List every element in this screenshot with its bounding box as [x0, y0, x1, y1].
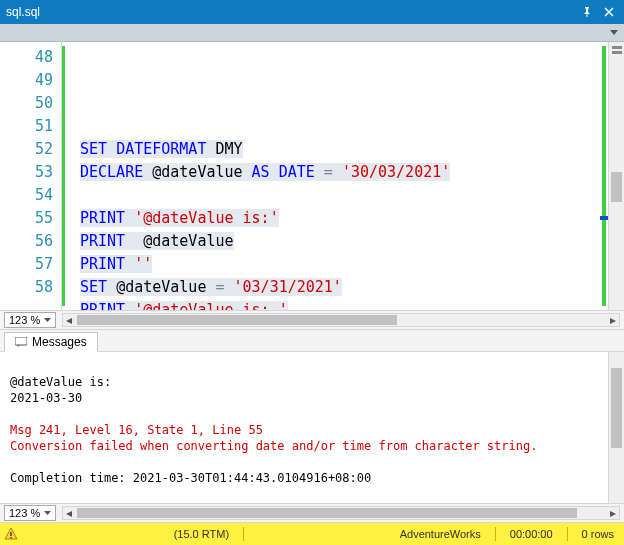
scroll-left-icon[interactable]: ◂ [63, 314, 75, 326]
code-text-area[interactable]: SET DATEFORMAT DMYDECLARE @dateValue AS … [62, 42, 624, 310]
status-separator [567, 527, 568, 541]
token-operator: = [324, 163, 333, 181]
token-keyword: SET [80, 278, 107, 296]
dropdown-icon[interactable] [610, 30, 618, 36]
token-keyword: DATEFORMAT [116, 140, 206, 158]
messages-horizontal-scrollbar[interactable]: ◂ ▸ [62, 506, 620, 520]
line-number: 53 [0, 161, 53, 184]
token-string: '03/31/2021' [234, 278, 342, 296]
messages-pane[interactable]: @dateValue is: 2021-03-30 Msg 241, Level… [0, 352, 624, 503]
scrollbar-thumb[interactable] [77, 315, 397, 325]
scroll-left-icon[interactable]: ◂ [63, 507, 75, 519]
status-separator [243, 527, 244, 541]
results-tabs: Messages [0, 330, 624, 352]
zoom-select[interactable]: 123 % [4, 312, 56, 328]
split-icon[interactable] [611, 44, 622, 56]
change-marker-right [602, 46, 606, 306]
token-keyword: SET [80, 140, 107, 158]
scrollbar-thumb[interactable] [611, 172, 622, 202]
line-number: 50 [0, 92, 53, 115]
line-number: 49 [0, 69, 53, 92]
messages-footer-bar: 123 % ◂ ▸ [0, 503, 624, 523]
status-rows: 0 rows [576, 528, 620, 540]
token-keyword: AS [252, 163, 270, 181]
status-elapsed: 00:00:00 [504, 528, 559, 540]
zoom-value: 123 % [9, 507, 40, 519]
titlebar: sql.sql [0, 0, 624, 24]
status-separator [495, 527, 496, 541]
token-keyword: DECLARE [80, 163, 143, 181]
token-variable: @dateValue [116, 278, 206, 296]
line-number: 51 [0, 115, 53, 138]
token-keyword: PRINT [80, 209, 125, 227]
warning-icon [4, 527, 18, 541]
line-number: 55 [0, 207, 53, 230]
toolbar-strip [0, 24, 624, 42]
line-number-gutter: 48 49 50 51 52 53 54 55 56 57 58 [0, 42, 62, 310]
code-editor[interactable]: 48 49 50 51 52 53 54 55 56 57 58 SET DAT… [0, 42, 624, 310]
output-line: 2021-03-30 [10, 391, 82, 405]
status-version: (15.0 RTM) [168, 528, 235, 540]
token-variable: @dateValue [152, 163, 242, 181]
line-number: 56 [0, 230, 53, 253]
token-keyword: PRINT [80, 301, 125, 310]
token-keyword: PRINT [80, 232, 125, 250]
line-number: 52 [0, 138, 53, 161]
scrollbar-thumb[interactable] [611, 368, 622, 448]
svg-rect-0 [612, 46, 622, 49]
token-string: '@dateValue is:' [134, 209, 279, 227]
output-line: Completion time: 2021-03-30T01:44:43.010… [10, 471, 371, 485]
messages-vertical-scrollbar[interactable] [608, 352, 624, 503]
token-keyword: PRINT [80, 255, 125, 273]
line-number: 54 [0, 184, 53, 207]
blue-marker [600, 216, 608, 220]
zoom-select[interactable]: 123 % [4, 505, 56, 521]
error-line: Conversion failed when converting date a… [10, 439, 537, 453]
output-line: @dateValue is: [10, 375, 111, 389]
token-type: DATE [279, 163, 315, 181]
token-string: '' [134, 255, 152, 273]
status-database: AdventureWorks [394, 528, 487, 540]
line-number: 48 [0, 46, 53, 69]
tab-messages-label: Messages [32, 335, 87, 349]
svg-rect-3 [10, 532, 11, 536]
editor-footer-bar: 123 % ◂ ▸ [0, 310, 624, 330]
token-string: '@dateValue is: ' [134, 301, 288, 310]
close-icon[interactable] [600, 3, 618, 21]
scroll-right-icon[interactable]: ▸ [607, 507, 619, 519]
file-tab-title[interactable]: sql.sql [6, 5, 574, 19]
messages-icon [15, 337, 27, 347]
token-string: '30/03/2021' [342, 163, 450, 181]
svg-rect-1 [612, 51, 622, 54]
scrollbar-thumb[interactable] [77, 508, 577, 518]
error-line: Msg 241, Level 16, State 1, Line 55 [10, 423, 263, 437]
line-number: 58 [0, 276, 53, 299]
pin-icon[interactable] [578, 3, 596, 21]
scroll-right-icon[interactable]: ▸ [607, 314, 619, 326]
token-operator: = [215, 278, 224, 296]
editor-vertical-scrollbar[interactable] [608, 42, 624, 310]
token-variable: @dateValue [143, 232, 233, 250]
editor-horizontal-scrollbar[interactable]: ◂ ▸ [62, 313, 620, 327]
tab-messages[interactable]: Messages [4, 332, 98, 352]
status-bar: (15.0 RTM) AdventureWorks 00:00:00 0 row… [0, 523, 624, 545]
zoom-value: 123 % [9, 314, 40, 326]
svg-rect-4 [10, 537, 11, 538]
line-number: 57 [0, 253, 53, 276]
svg-rect-2 [15, 337, 27, 345]
change-marker-left [62, 46, 65, 306]
token-ident: DMY [215, 140, 242, 158]
